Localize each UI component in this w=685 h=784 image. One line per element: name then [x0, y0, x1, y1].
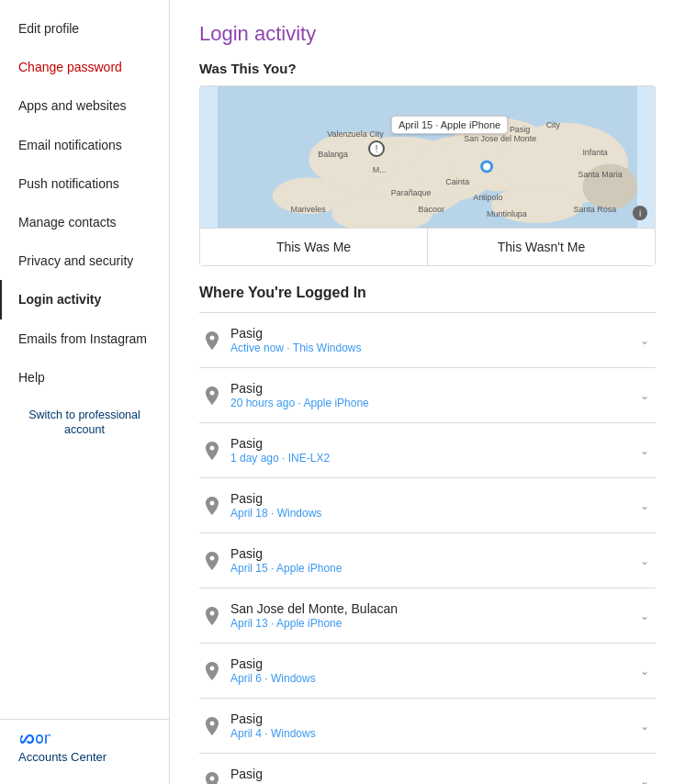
svg-text:City: City: [546, 120, 561, 129]
svg-text:Mariveles: Mariveles: [290, 205, 326, 214]
login-info: Pasig 20 hours ago · Apple iPhone: [230, 381, 637, 409]
login-info: Pasig April 15 · Apple iPhone: [230, 546, 637, 575]
accounts-center-link[interactable]: Accounts Center: [18, 750, 107, 764]
meta-logo: [18, 731, 151, 745]
login-city: Pasig: [230, 767, 637, 781]
svg-text:Balanga: Balanga: [318, 150, 348, 159]
sidebar-item-login-activity[interactable]: Login activity: [0, 280, 169, 319]
chevron-down-icon: ⌄: [637, 443, 652, 458]
main-content: Login activity Was This You? Balanga San…: [170, 0, 685, 784]
login-detail: April 15 · Apple iPhone: [230, 562, 637, 575]
chevron-down-icon: ⌄: [637, 664, 652, 678]
svg-text:Valenzuela City: Valenzuela City: [327, 129, 384, 139]
location-icon: [203, 660, 221, 682]
sidebar: Edit profileChange passwordApps and webs…: [0, 0, 170, 784]
chevron-down-icon: ⌄: [637, 554, 652, 568]
map-tooltip: April 15 · Apple iPhone: [391, 116, 508, 134]
sidebar-item-apps-websites[interactable]: Apps and websites: [0, 86, 169, 125]
sidebar-item-edit-profile[interactable]: Edit profile: [0, 9, 169, 48]
chevron-down-icon: ⌄: [637, 609, 652, 623]
svg-text:Parañaque: Parañaque: [391, 188, 432, 197]
location-icon: [203, 715, 221, 737]
login-session-item[interactable]: Pasig April 4 · Windows ⌄: [199, 699, 656, 754]
location-icon: [203, 495, 221, 517]
where-logged-in-title: Where You're Logged In: [199, 285, 656, 301]
svg-text:Santa Maria: Santa Maria: [578, 170, 622, 179]
map-container: Balanga San Jose del Monte Pasig City Ca…: [199, 85, 656, 228]
login-detail: 1 day ago · INE-LX2: [230, 452, 637, 465]
chevron-down-icon: ⌄: [637, 388, 652, 403]
login-session-item[interactable]: Pasig March 31 · Windows ⌄: [199, 754, 656, 784]
meta-icon: [18, 731, 51, 745]
login-info: Pasig April 18 · Windows: [230, 491, 637, 520]
login-info: Pasig Active now · This Windows: [230, 326, 637, 354]
sidebar-footer: Accounts Center: [0, 719, 169, 775]
location-icon: [203, 330, 221, 352]
login-session-item[interactable]: San Jose del Monte, Bulacan April 13 · A…: [199, 588, 656, 644]
chevron-down-icon: ⌄: [637, 774, 652, 785]
login-city: Pasig: [230, 711, 637, 726]
sidebar-item-emails-from-instagram[interactable]: Emails from Instagram: [0, 319, 169, 358]
svg-text:Cainta: Cainta: [445, 177, 469, 186]
sidebar-item-email-notifications[interactable]: Email notifications: [0, 126, 169, 164]
svg-text:Infanta: Infanta: [582, 148, 607, 157]
login-city: San Jose del Monte, Bulacan: [230, 601, 637, 616]
sidebar-item-privacy-security[interactable]: Privacy and security: [0, 241, 169, 280]
login-info: Pasig 1 day ago · INE-LX2: [230, 436, 637, 465]
sidebar-item-manage-contacts[interactable]: Manage contacts: [0, 203, 169, 241]
login-info: San Jose del Monte, Bulacan April 13 · A…: [230, 601, 637, 630]
svg-text:Antipolo: Antipolo: [473, 193, 502, 202]
login-city: Pasig: [230, 656, 637, 671]
login-city: Pasig: [230, 326, 637, 341]
location-icon: [203, 385, 221, 407]
chevron-down-icon: ⌄: [637, 719, 652, 734]
sidebar-item-change-password[interactable]: Change password: [0, 48, 169, 86]
login-session-item[interactable]: Pasig April 6 · Windows ⌄: [199, 644, 656, 699]
page-title: Login activity: [199, 22, 656, 46]
sidebar-item-help[interactable]: Help: [0, 358, 169, 397]
svg-text:Santa Rosa: Santa Rosa: [573, 205, 616, 214]
svg-text:San Jose del Monte: San Jose del Monte: [464, 134, 536, 143]
login-city: Pasig: [230, 436, 637, 451]
login-detail: Active now · This Windows: [230, 342, 637, 354]
login-info: Pasig March 31 · Windows: [230, 767, 637, 784]
login-info: Pasig April 6 · Windows: [230, 656, 637, 685]
location-icon: [203, 770, 221, 785]
location-icon: [203, 550, 221, 572]
login-session-item[interactable]: Pasig 20 hours ago · Apple iPhone ⌄: [199, 368, 656, 423]
login-info: Pasig April 4 · Windows: [230, 711, 637, 740]
svg-text:Muntinlupa: Muntinlupa: [487, 209, 527, 218]
sidebar-nav: Edit profileChange passwordApps and webs…: [0, 9, 169, 719]
map-visual: Balanga San Jose del Monte Pasig City Ca…: [200, 86, 655, 228]
map-info-icon: i: [633, 206, 647, 220]
location-icon: [203, 440, 221, 462]
login-detail: 20 hours ago · Apple iPhone: [230, 397, 637, 409]
switch-to-pro-button[interactable]: Switch to professional account: [0, 400, 169, 445]
was-this-you-heading: Was This You?: [199, 61, 656, 76]
login-detail: April 6 · Windows: [230, 672, 637, 685]
svg-text:M...: M...: [373, 165, 387, 174]
login-city: Pasig: [230, 546, 637, 561]
login-session-item[interactable]: Pasig Active now · This Windows ⌄: [199, 313, 656, 368]
chevron-down-icon: ⌄: [637, 498, 652, 513]
map-exclaim-icon: !: [368, 140, 385, 157]
login-city: Pasig: [230, 491, 637, 506]
svg-text:Pasig: Pasig: [510, 125, 530, 134]
login-session-item[interactable]: Pasig April 18 · Windows ⌄: [199, 478, 656, 533]
svg-point-26: [483, 162, 490, 170]
login-detail: April 13 · Apple iPhone: [230, 617, 637, 630]
location-icon: [203, 605, 221, 627]
chevron-down-icon: ⌄: [637, 333, 652, 348]
this-wasnt-me-button[interactable]: This Wasn't Me: [428, 229, 655, 265]
svg-text:Bacoor: Bacoor: [419, 205, 444, 214]
login-session-item[interactable]: Pasig 1 day ago · INE-LX2 ⌄: [199, 423, 656, 478]
was-this-you-buttons: This Was Me This Wasn't Me: [199, 228, 656, 266]
login-session-item[interactable]: Pasig April 15 · Apple iPhone ⌄: [199, 533, 656, 588]
sidebar-item-push-notifications[interactable]: Push notifications: [0, 164, 169, 203]
login-list: Pasig Active now · This Windows ⌄ Pasig …: [199, 312, 656, 784]
login-city: Pasig: [230, 381, 637, 396]
login-detail: April 4 · Windows: [230, 727, 637, 740]
this-was-me-button[interactable]: This Was Me: [200, 229, 428, 265]
login-detail: April 18 · Windows: [230, 507, 637, 520]
